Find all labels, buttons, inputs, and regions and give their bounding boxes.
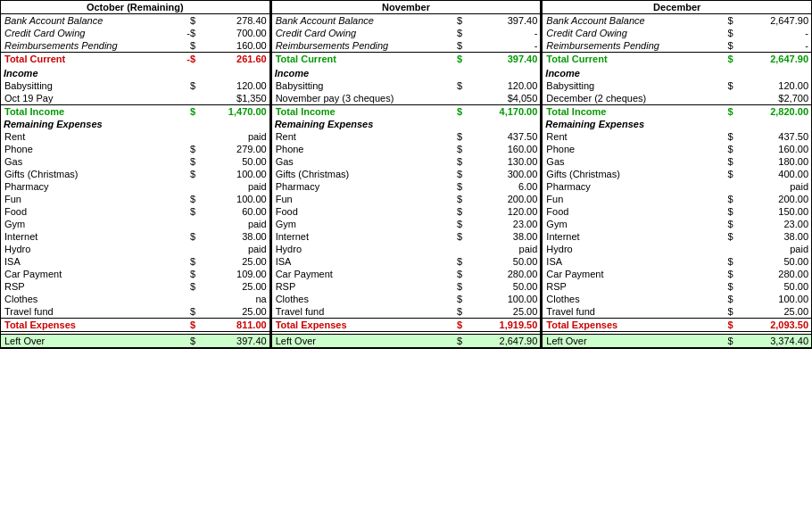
expense-sign-6: $ <box>175 205 198 218</box>
income-sign-0: $ <box>717 79 736 92</box>
expense-sign-2: $ <box>446 155 465 168</box>
lo-sign: $ <box>717 335 736 348</box>
ti-sign: $ <box>175 105 198 119</box>
bank-balance-label: Bank Account Balance <box>272 14 446 28</box>
income-value-0: 120.00 <box>736 79 811 92</box>
expense-sign-3: $ <box>446 168 465 180</box>
tc-sign: $ <box>717 53 736 66</box>
expense-value-4: 6.00 <box>465 180 540 193</box>
cc-sign: $ <box>446 27 465 39</box>
left-over-label: Left Over <box>1 335 175 348</box>
expense-sign-3: $ <box>717 168 736 180</box>
expense-item-10: ISA <box>1 255 175 268</box>
expense-item-0: Rent <box>272 130 446 143</box>
expense-value-8: 38.00 <box>198 230 269 243</box>
expense-item-11: Car Payment <box>272 268 446 280</box>
tc-value: 2,647.90 <box>736 53 811 66</box>
expense-item-1: Phone <box>272 143 446 155</box>
expense-item-12: RSP <box>272 280 446 293</box>
expenses-header: Remaining Expenses <box>272 118 541 130</box>
expense-sign-9 <box>175 243 198 255</box>
expense-sign-11: $ <box>446 268 465 280</box>
income-item-1: December (2 cheques) <box>543 92 717 105</box>
income-item-1: Oct 19 Pay <box>1 92 175 105</box>
expense-item-9: Hydro <box>1 243 175 255</box>
expense-sign-13 <box>175 293 198 305</box>
expense-item-5: Fun <box>272 193 446 205</box>
left-over-label: Left Over <box>543 335 717 348</box>
expense-value-12: 50.00 <box>736 280 811 293</box>
expense-value-9: paid <box>198 243 269 255</box>
income-sign-1 <box>175 92 198 105</box>
expenses-header: Remaining Expenses <box>1 118 269 130</box>
month-title: November <box>272 1 541 14</box>
expense-item-2: Gas <box>1 155 175 168</box>
ti-value: 2,820.00 <box>736 105 811 119</box>
te-sign: $ <box>717 319 736 332</box>
budget-table: October (Remaining)Bank Account Balance$… <box>0 0 812 349</box>
expense-item-7: Gym <box>272 218 446 230</box>
expense-item-14: Travel fund <box>1 305 175 319</box>
expense-sign-10: $ <box>446 255 465 268</box>
expense-sign-4 <box>717 180 736 193</box>
expense-item-9: Hydro <box>543 243 717 255</box>
expense-item-4: Pharmacy <box>543 180 717 193</box>
expense-value-13: 100.00 <box>465 293 540 305</box>
month-title: December <box>543 1 811 14</box>
expense-item-1: Phone <box>543 143 717 155</box>
expense-sign-5: $ <box>446 193 465 205</box>
expense-value-8: 38.00 <box>465 230 540 243</box>
expense-sign-4: $ <box>446 180 465 193</box>
lo-sign: $ <box>175 335 198 348</box>
credit-card-label: Credit Card Owing <box>1 27 175 39</box>
cc-value: 700.00 <box>198 27 269 39</box>
expense-item-6: Food <box>1 205 175 218</box>
expense-value-11: 109.00 <box>198 268 269 280</box>
lo-sign: $ <box>446 335 465 348</box>
expense-value-7: paid <box>198 218 269 230</box>
reimb-value: - <box>465 39 540 53</box>
income-value-0: 120.00 <box>465 79 540 92</box>
expense-item-5: Fun <box>1 193 175 205</box>
expense-value-9: paid <box>465 243 540 255</box>
expense-value-10: 25.00 <box>198 255 269 268</box>
expense-value-5: 100.00 <box>198 193 269 205</box>
cc-value: - <box>465 27 540 39</box>
expense-sign-5: $ <box>175 193 198 205</box>
expense-sign-1: $ <box>717 143 736 155</box>
expense-value-7: 23.00 <box>736 218 811 230</box>
total-expenses-label: Total Expenses <box>1 319 175 332</box>
expense-value-3: 100.00 <box>198 168 269 180</box>
expense-value-6: 60.00 <box>198 205 269 218</box>
expense-item-2: Gas <box>543 155 717 168</box>
income-value-1: $2,700 <box>736 92 811 105</box>
expense-item-0: Rent <box>1 130 175 143</box>
reimb-sign: $ <box>175 39 198 53</box>
income-header: Income <box>543 67 811 79</box>
expense-value-1: 279.00 <box>198 143 269 155</box>
cc-sign: $ <box>717 27 736 39</box>
expense-value-11: 280.00 <box>465 268 540 280</box>
expense-item-12: RSP <box>543 280 717 293</box>
expense-item-10: ISA <box>543 255 717 268</box>
expense-item-8: Internet <box>272 230 446 243</box>
reimb-sign: $ <box>446 39 465 53</box>
expense-item-11: Car Payment <box>1 268 175 280</box>
tc-value: 261.60 <box>198 53 269 66</box>
bank-sign: $ <box>175 14 198 28</box>
expense-value-14: 25.00 <box>465 305 540 319</box>
expense-item-13: Clothes <box>272 293 446 305</box>
income-header: Income <box>1 67 269 79</box>
expense-value-6: 120.00 <box>465 205 540 218</box>
expense-item-11: Car Payment <box>543 268 717 280</box>
tc-value: 397.40 <box>465 53 540 66</box>
expense-sign-1: $ <box>446 143 465 155</box>
expense-sign-5: $ <box>717 193 736 205</box>
expense-item-3: Gifts (Christmas) <box>543 168 717 180</box>
total-expenses-label: Total Expenses <box>272 319 446 332</box>
lo-value: 2,647.90 <box>465 335 540 348</box>
total-income-label: Total Income <box>272 105 446 119</box>
expense-item-3: Gifts (Christmas) <box>272 168 446 180</box>
expense-value-10: 50.00 <box>465 255 540 268</box>
expense-sign-1: $ <box>175 143 198 155</box>
